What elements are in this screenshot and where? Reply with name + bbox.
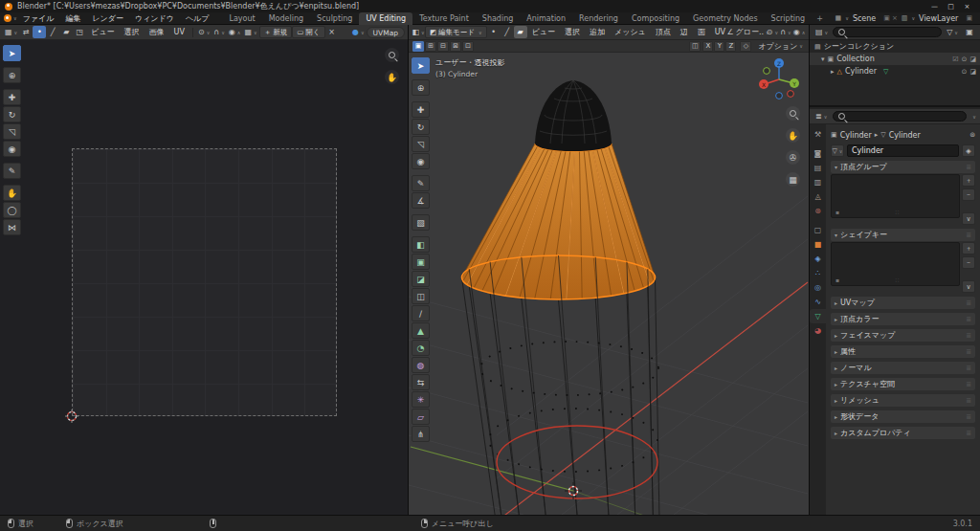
add-shape-key-button[interactable]: ＋: [962, 242, 975, 254]
pencil-mesh[interactable]: [462, 80, 659, 515]
data-name-field[interactable]: Cylinder: [847, 144, 959, 157]
select-intersect-button[interactable]: ⊡: [462, 41, 474, 52]
display-mode-button[interactable]: ▤∨: [813, 26, 830, 38]
tool-cursor[interactable]: ⊕: [412, 79, 430, 96]
tool-smooth[interactable]: ◍: [412, 357, 430, 373]
panel-geometry-data[interactable]: ▸形状データ≣: [831, 410, 975, 423]
tab-shading[interactable]: Shading: [476, 12, 521, 25]
tab-compositing[interactable]: Compositing: [625, 12, 686, 25]
shape-key-specials-button[interactable]: ∨: [962, 280, 975, 293]
snap-target-icon[interactable]: ◇: [740, 41, 751, 52]
outliner-row-cylinder[interactable]: ▸ △ Cylinder ▽ ⊙ ◪: [810, 65, 980, 77]
disclosure-icon[interactable]: ▸: [831, 68, 835, 76]
transform-orientation-selector[interactable]: ∠グロー..∨: [730, 26, 766, 38]
copy-icon[interactable]: ▣: [883, 14, 890, 22]
remove-vertex-group-button[interactable]: －: [962, 188, 975, 201]
chevron-down-icon[interactable]: ∨: [972, 114, 976, 120]
tab-modifiers[interactable]: ◈: [810, 252, 826, 266]
outliner-row-collection[interactable]: ▾ ▣ Collection ☑ ⊙ ◪: [810, 53, 980, 65]
tool-transform[interactable]: ◉: [3, 141, 21, 157]
pan-hand-icon[interactable]: ✋: [385, 70, 399, 84]
uv-menu-uv[interactable]: UV: [169, 28, 189, 36]
tab-object[interactable]: ■: [810, 237, 826, 252]
tab-animation[interactable]: Animation: [520, 12, 572, 25]
breadcrumb-data[interactable]: Cylinder: [889, 131, 921, 140]
panel-attributes[interactable]: ▸属性≣: [831, 345, 975, 358]
tool-add-cube[interactable]: ▧: [412, 214, 430, 231]
render-visibility-icon[interactable]: ◪: [969, 68, 976, 76]
uv-2d-cursor[interactable]: [65, 409, 78, 423]
mirror-z-toggle[interactable]: Z: [725, 41, 736, 52]
select-set-button[interactable]: ▣: [412, 41, 424, 52]
panel-uv-maps[interactable]: ▸UVマップ≣: [831, 297, 975, 309]
ortho-toggle-icon[interactable]: ▦: [786, 172, 800, 187]
fake-user-shield-button[interactable]: ◈: [962, 144, 975, 157]
panel-remesh[interactable]: ▸リメッシュ≣: [831, 394, 975, 407]
tab-output[interactable]: ▤: [810, 161, 826, 175]
exclude-checkbox[interactable]: ☑: [952, 55, 958, 63]
view-layer-selector[interactable]: ▥ ∨ ViewLayer ▣: [902, 14, 972, 23]
tool-bevel[interactable]: ◪: [412, 271, 430, 287]
tool-grab[interactable]: ✋: [3, 185, 21, 201]
tab-object-data[interactable]: ▽: [810, 309, 826, 323]
outliner-search[interactable]: [833, 27, 942, 37]
snap-button[interactable]: ∩∨: [212, 26, 227, 38]
pivot-point-button[interactable]: ⊙∨: [766, 26, 779, 38]
tab-constraints[interactable]: ∿: [810, 295, 826, 309]
tab-collection[interactable]: ▢: [810, 223, 826, 237]
tool-relax[interactable]: ◯: [3, 202, 21, 218]
add-vertex-group-button[interactable]: ＋: [962, 174, 975, 187]
tool-scale[interactable]: ◹: [412, 136, 430, 152]
menu-render[interactable]: レンダー: [86, 12, 129, 25]
tab-texture-paint[interactable]: Texture Paint: [412, 12, 476, 25]
image-open-button[interactable]: ▭開く: [292, 26, 324, 38]
minimize-button[interactable]: —: [926, 1, 943, 12]
image-unlink-button[interactable]: ×: [325, 26, 339, 38]
vp-menu-select[interactable]: 選択: [560, 27, 585, 37]
tab-geometry-nodes[interactable]: Geometry Nodes: [686, 12, 764, 25]
breadcrumb-object[interactable]: Cylinder: [840, 131, 872, 140]
copy-icon[interactable]: ▣: [966, 14, 972, 22]
mode-selector[interactable]: ◩編集モード∨: [425, 26, 487, 38]
editor-type-button[interactable]: ▦∨: [3, 26, 19, 38]
vp-menu-vertex[interactable]: 頂点: [651, 27, 676, 37]
hide-eye-icon[interactable]: ⊙: [962, 55, 968, 63]
vp-menu-view[interactable]: ビュー: [527, 27, 560, 37]
vertex-group-specials-button[interactable]: ∨: [962, 212, 975, 225]
tool-knife[interactable]: ∕: [412, 305, 430, 321]
tab-rendering[interactable]: Rendering: [572, 12, 625, 25]
options-dropdown[interactable]: オプション∨: [756, 40, 805, 53]
pan-hand-icon[interactable]: ✋: [786, 128, 800, 143]
snap-button[interactable]: ∩∨: [779, 26, 792, 38]
panel-shape-keys[interactable]: ▾ シェイプキー ≣: [831, 229, 975, 241]
panel-texture-space[interactable]: ▸テクスチャ空間≣: [831, 378, 975, 390]
navigation-gizmo[interactable]: Z Y X: [757, 55, 801, 100]
uv-select-vertex-button[interactable]: •: [33, 26, 46, 38]
properties-search[interactable]: [833, 111, 967, 122]
close-button[interactable]: ×: [959, 1, 975, 12]
uv-select-face-button[interactable]: ▰: [59, 26, 73, 38]
unlink-icon[interactable]: ×: [892, 14, 898, 22]
add-workspace-button[interactable]: +: [812, 12, 828, 25]
select-subtract-button[interactable]: ⊟: [437, 41, 449, 52]
tab-world[interactable]: ⊛: [810, 204, 826, 218]
tool-select-box[interactable]: ➤: [3, 45, 21, 61]
tool-move[interactable]: ✚: [3, 89, 21, 105]
tool-annotate[interactable]: ✎: [3, 163, 21, 179]
editor-type-button[interactable]: ≣∨: [813, 110, 829, 122]
vp-menu-face[interactable]: 面: [693, 27, 710, 37]
select-mode-vertex-button[interactable]: •: [487, 26, 501, 38]
properties-search-input[interactable]: [848, 112, 961, 121]
tab-scripting[interactable]: Scripting: [765, 12, 813, 25]
disclosure-icon[interactable]: ▾: [821, 55, 825, 63]
tab-scene[interactable]: ◬: [810, 189, 826, 204]
tool-transform[interactable]: ◉: [412, 153, 430, 169]
panel-face-maps[interactable]: ▸フェイスマップ≣: [831, 329, 975, 342]
uv-menu-select[interactable]: 選択: [120, 27, 145, 37]
image-browse-button[interactable]: ▦∨: [243, 26, 259, 38]
gizmo-y-neg[interactable]: [764, 68, 770, 75]
tool-rip-region[interactable]: ⋔: [412, 426, 430, 442]
menu-window[interactable]: ウィンドウ: [129, 12, 180, 25]
active-uv-map-button[interactable]: UVMap: [367, 27, 405, 38]
outliner-search-input[interactable]: [848, 28, 936, 36]
